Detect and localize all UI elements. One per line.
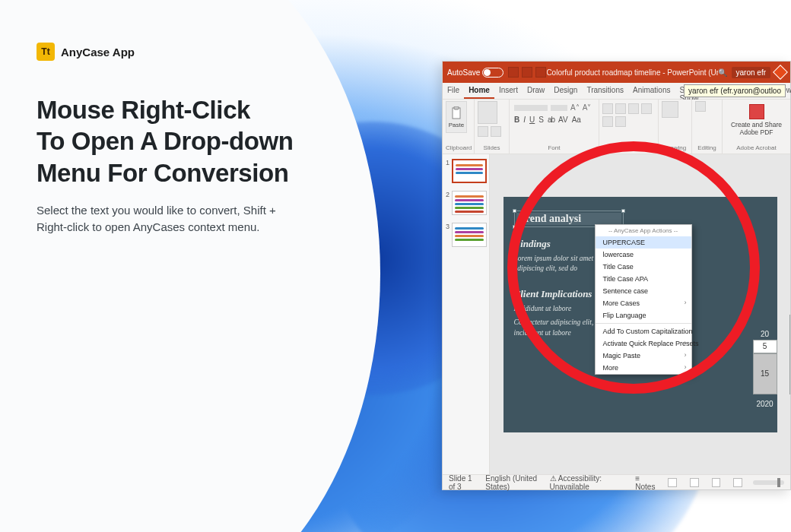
tab-home[interactable]: Home [464, 83, 494, 99]
shapes-button[interactable] [662, 101, 678, 118]
ribbon-group-editing: Editing [695, 143, 719, 154]
subheading: Select the text you would like to conver… [37, 202, 280, 236]
tab-insert[interactable]: Insert [494, 83, 523, 99]
autosave-toggle[interactable]: AutoSave [447, 68, 504, 78]
user-tooltip: yaron efr (efr.yaron@outloo [684, 84, 786, 97]
status-accessibility[interactable]: ⚠ Accessibility: Unavailable [550, 474, 615, 491]
ribbon: Paste Clipboard Slides A˄A˅ BIUSabAVAa F… [443, 100, 790, 154]
indent-button[interactable] [628, 103, 639, 114]
ctx-item-add-to-custom-capitalization[interactable]: Add To Custom Capitalization [596, 325, 691, 337]
context-menu-header: -- AnyCase App Actions -- [596, 225, 691, 236]
view-slideshow-button[interactable] [733, 478, 742, 487]
ctx-item-flip-language[interactable]: Flip Language [596, 309, 691, 321]
notes-button[interactable]: ≡ Notes [635, 474, 655, 491]
ctx-item-title-case-apa[interactable]: Title Case APA [596, 273, 691, 285]
layout-button[interactable] [478, 126, 488, 137]
thumbnail-2[interactable]: 2 [446, 191, 486, 215]
chart-seg-2021-a: 4 [789, 315, 791, 325]
ribbon-group-paragraph: Paragraph [602, 143, 655, 154]
diamond-icon[interactable] [773, 65, 788, 80]
status-slide-count: Slide 1 of 3 [449, 474, 475, 491]
numbering-button[interactable] [615, 103, 626, 114]
ribbon-group-clipboard: Clipboard [446, 143, 471, 154]
user-chip[interactable]: yaron efr [732, 67, 770, 78]
ctx-item-more-cases[interactable]: More Cases [596, 297, 691, 309]
slide-canvas[interactable]: Trend analysi Findings Lorem ipsum dolor… [504, 197, 777, 432]
zoom-slider[interactable] [753, 480, 784, 485]
headline: Mouse Right-Click To Open A Drop-down Me… [37, 94, 341, 188]
chart-seg-2020-a: 5 [753, 340, 777, 353]
tab-transitions[interactable]: Transitions [582, 83, 628, 99]
slide-stage[interactable]: Trend analysi Findings Lorem ipsum dolor… [490, 154, 790, 474]
view-sorter-button[interactable] [690, 478, 699, 487]
ctx-item-lowercase[interactable]: lowercase [596, 249, 691, 261]
align-button[interactable] [641, 103, 652, 114]
columns-button[interactable] [615, 116, 626, 127]
ctx-item-activate-quick-replace-presets[interactable]: Activate Quick Replace Presets [596, 337, 691, 350]
ctx-item-title-case[interactable]: Title Case [596, 261, 691, 273]
undo-icon[interactable] [522, 67, 532, 78]
tab-design[interactable]: Design [549, 83, 582, 99]
chart-total-2020: 20 [753, 330, 777, 338]
tab-file[interactable]: File [443, 83, 464, 99]
chart-seg-2021-b: 25 [789, 326, 791, 394]
chart-seg-2020-b: 15 [753, 353, 777, 394]
ctx-item-sentence-case[interactable]: Sentence case [596, 285, 691, 297]
adobe-pdf-label[interactable]: Create and Share Adobe PDF [727, 121, 786, 136]
ribbon-group-slides: Slides [478, 143, 506, 154]
view-reading-button[interactable] [712, 478, 721, 487]
thumbnail-3[interactable]: 3 [446, 223, 486, 247]
new-slide-button[interactable] [478, 101, 497, 124]
ctx-item-uppercase[interactable]: UPPERCASE [596, 236, 691, 249]
bullets-button[interactable] [602, 103, 613, 114]
save-icon[interactable] [508, 67, 519, 78]
chart-label-2021: 2021 [789, 400, 791, 408]
status-bar: Slide 1 of 3 English (United States) ⚠ A… [443, 474, 790, 489]
find-button[interactable] [695, 101, 706, 112]
tab-animations[interactable]: Animations [628, 83, 675, 99]
window-title: Colorful product roadmap timeline - Powe… [546, 68, 717, 77]
chart-total-2021: 29 [789, 305, 791, 313]
brand-name: AnyCase App [61, 46, 135, 59]
brand-logo: Tt AnyCase App [37, 43, 341, 61]
ctx-item-more[interactable]: More [596, 362, 691, 374]
slide-thumbnails: 123 [443, 154, 490, 474]
stacked-bar-chart: 515202020425292021 [750, 302, 791, 408]
title-bar: AutoSave Colorful product roadmap timeli… [443, 62, 790, 83]
view-normal-button[interactable] [668, 478, 677, 487]
ribbon-group-drawing: Drawing [662, 143, 688, 154]
tab-draw[interactable]: Draw [523, 83, 549, 99]
linespacing-button[interactable] [602, 116, 613, 127]
paste-button[interactable]: Paste [446, 101, 467, 133]
ctx-item-magic-paste[interactable]: Magic Paste [596, 350, 691, 362]
redo-icon[interactable] [535, 67, 546, 78]
selected-text[interactable]: Trend analysi [516, 213, 621, 225]
thumbnail-1[interactable]: 1 [446, 159, 486, 183]
anycase-context-menu: -- AnyCase App Actions -- UPPERCASElower… [595, 224, 692, 375]
chart-label-2020: 2020 [753, 400, 777, 408]
reset-button[interactable] [491, 126, 501, 137]
svg-rect-1 [454, 106, 459, 109]
status-language[interactable]: English (United States) [485, 474, 538, 491]
logo-icon: Tt [37, 43, 55, 61]
ribbon-group-adobe: Adobe Acrobat [726, 143, 787, 154]
ribbon-group-font: Font [513, 143, 596, 154]
adobe-pdf-icon[interactable] [749, 104, 764, 119]
search-icon[interactable]: 🔍 [718, 68, 727, 77]
powerpoint-window: AutoSave Colorful product roadmap timeli… [442, 61, 791, 490]
